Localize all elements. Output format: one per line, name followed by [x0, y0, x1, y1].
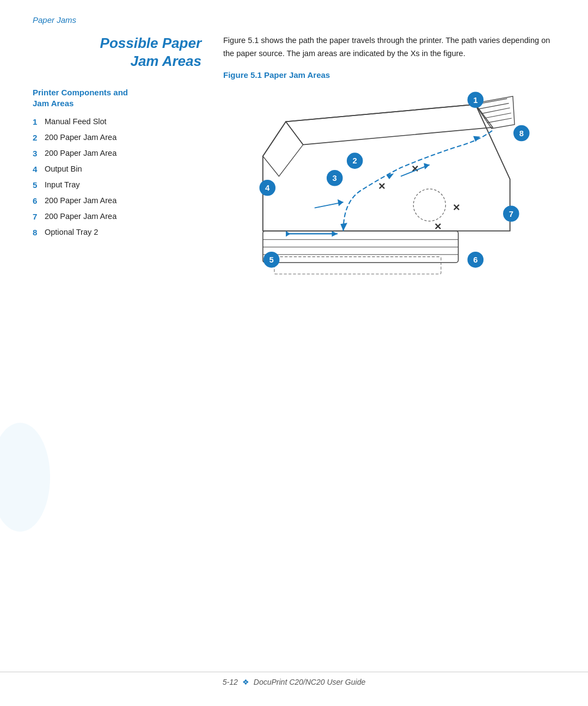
list-item: 5 Input Tray: [33, 179, 201, 191]
svg-text:6: 6: [473, 255, 477, 264]
svg-marker-18: [332, 231, 338, 237]
left-column: Possible Paper Jam Areas Printer Compone…: [33, 34, 218, 294]
list-item: 2 200 Paper Jam Area: [33, 132, 201, 143]
svg-marker-39: [424, 163, 430, 169]
list-item: 1 Manual Feed Slot: [33, 116, 201, 127]
svg-line-14: [481, 108, 510, 114]
header-bar: Paper Jams: [0, 0, 588, 25]
svg-text:4: 4: [265, 184, 270, 192]
footer-diamond: ❖: [242, 678, 249, 686]
footer: 5-12 ❖ DocuPrint C20/NC20 User Guide: [0, 672, 588, 686]
paper-jam-diagram: ✕ ✕ ✕ ✕: [223, 87, 555, 294]
page-container: Paper Jams Possible Paper Jam Areas Prin…: [0, 0, 588, 706]
right-column: Figure 5.1 shows the path the paper trav…: [218, 34, 555, 294]
diagram-container: ✕ ✕ ✕ ✕: [223, 87, 555, 294]
footer-page-num: 5-12: [223, 678, 238, 686]
svg-text:1: 1: [473, 95, 477, 104]
component-list: 1 Manual Feed Slot 2 200 Paper Jam Area …: [33, 116, 201, 238]
svg-line-15: [484, 113, 511, 118]
svg-text:✕: ✕: [434, 222, 442, 232]
svg-marker-19: [286, 231, 290, 237]
svg-text:8: 8: [519, 129, 524, 138]
svg-text:2: 2: [353, 156, 357, 165]
svg-line-16: [487, 118, 511, 123]
figure-title: Figure 5.1 Paper Jam Areas: [223, 70, 555, 80]
decorative-circle: [0, 423, 50, 532]
svg-point-40: [413, 189, 445, 221]
svg-line-13: [479, 103, 509, 109]
svg-text:✕: ✕: [452, 203, 460, 213]
header-label: Paper Jams: [33, 15, 76, 25]
svg-text:3: 3: [333, 174, 337, 182]
svg-marker-5: [340, 223, 347, 231]
title-heading: Possible Paper Jam Areas: [33, 34, 201, 70]
list-item: 6 200 Paper Jam Area: [33, 195, 201, 206]
svg-text:7: 7: [509, 209, 513, 218]
list-item: 7 200 Paper Jam Area: [33, 211, 201, 222]
description-text: Figure 5.1 shows the path the paper trav…: [223, 34, 555, 60]
subheading: Printer Components and Jam Areas: [33, 87, 201, 108]
list-item: 8 Optional Tray 2: [33, 227, 201, 238]
svg-text:✕: ✕: [378, 181, 385, 192]
svg-rect-4: [274, 257, 441, 274]
list-item: 3 200 Paper Jam Area: [33, 148, 201, 159]
content-area: Possible Paper Jam Areas Printer Compone…: [0, 34, 588, 294]
page-title: Possible Paper Jam Areas: [33, 34, 201, 70]
list-item: 4 Output Bin: [33, 163, 201, 175]
svg-marker-37: [338, 199, 344, 206]
footer-guide-title: DocuPrint C20/NC20 User Guide: [254, 678, 365, 686]
svg-text:5: 5: [270, 255, 274, 264]
